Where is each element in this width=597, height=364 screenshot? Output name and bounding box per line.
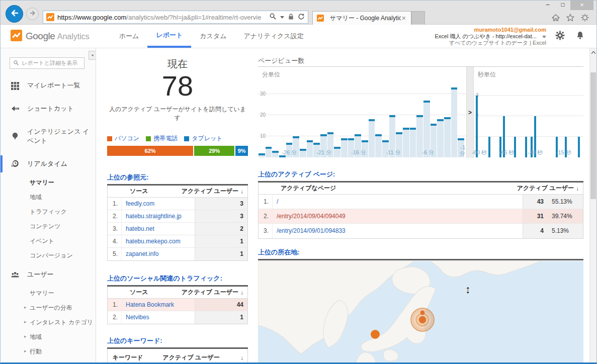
col-active-users[interactable]: アクティブ ユーザー <box>517 184 574 193</box>
minimize-button[interactable]: – <box>540 1 555 10</box>
nav-custom[interactable]: カスタム <box>191 25 235 48</box>
legend-item[interactable]: 携帯電話 <box>146 134 178 143</box>
source-link[interactable]: Netvibes <box>122 311 195 324</box>
map-marker[interactable] <box>371 330 380 339</box>
bar[interactable] <box>300 149 306 157</box>
source-link[interactable]: hatebu.straightline.jp <box>122 210 195 222</box>
col-source[interactable]: ソース <box>126 286 182 299</box>
source-link[interactable]: Hatena Bookmark <box>122 299 195 311</box>
locations-map[interactable]: ↕ <box>258 261 583 362</box>
url-text[interactable]: https://www.google.com/analytics/web/?hl… <box>57 14 267 21</box>
sidebar-item[interactable]: ユーザー <box>1 263 96 286</box>
sidebar-subitem[interactable]: ▸行動 <box>1 344 96 359</box>
sidebar-subitem[interactable]: サマリー <box>1 286 96 301</box>
bar[interactable] <box>403 128 409 157</box>
logo-analytics-text: Analytics <box>57 32 90 41</box>
col-keyword[interactable]: キーワード <box>112 354 144 361</box>
sort-descending-icon[interactable]: ↓ <box>240 289 243 296</box>
account-dropdown-icon[interactable] <box>542 36 546 38</box>
favorites-star-icon[interactable] <box>566 13 575 24</box>
nav-home[interactable]: ホーム <box>111 25 148 48</box>
bar[interactable] <box>369 119 375 157</box>
active-users-value: 43 <box>523 195 547 209</box>
source-link[interactable]: zapanet.info <box>122 248 195 260</box>
page-link[interactable]: /entry/2014/09/01/094833 <box>273 224 523 238</box>
chart-bars <box>258 84 466 157</box>
home-icon[interactable] <box>551 13 560 24</box>
bar[interactable] <box>307 140 313 157</box>
nav-admin[interactable]: アナリティクス設定 <box>235 25 312 48</box>
col-active-users[interactable]: アクティブ ユーザー <box>182 288 238 297</box>
legend-item[interactable]: パソコン <box>107 134 139 143</box>
sidebar-subitem[interactable]: コンテンツ <box>1 219 96 234</box>
notifications-bell-icon[interactable] <box>576 31 584 42</box>
col-active-users[interactable]: アクティブ ユーザー <box>144 353 238 362</box>
social-title[interactable]: 上位のソーシャル関連のトラフィック: <box>107 274 248 287</box>
bar[interactable] <box>444 117 451 157</box>
chart-next-button[interactable]: > <box>466 67 474 158</box>
sidebar-collapse-icon[interactable]: ◂ <box>89 51 96 60</box>
tab-close-icon[interactable]: × <box>401 14 407 22</box>
ga-logo[interactable]: Google Analytics <box>11 25 90 48</box>
legend-item[interactable]: タブレット <box>184 134 222 143</box>
back-button[interactable] <box>6 5 23 23</box>
bar[interactable] <box>437 119 444 157</box>
keywords-table-header: キーワード アクティブ ユーザー ↓ <box>108 349 247 362</box>
settings-gear-icon[interactable] <box>580 13 589 24</box>
col-active-page[interactable]: アクティブなページ <box>277 182 517 195</box>
scroll-up-icon[interactable] <box>590 48 596 56</box>
referrals-title[interactable]: 上位の参照元: <box>107 173 248 186</box>
page-link[interactable]: /entry/2014/09/04/094049 <box>273 209 523 223</box>
sidebar-subitem[interactable]: ▸地域 <box>1 330 96 344</box>
new-tab-button[interactable] <box>411 11 425 25</box>
sidebar-subitem[interactable]: サマリー <box>1 175 96 190</box>
search-icon[interactable] <box>269 13 277 22</box>
source-link[interactable]: feedly.com <box>122 198 195 210</box>
account-info[interactable]: muramoto1041@gmail.com Excel 職人 のつぶやき - … <box>435 25 546 48</box>
sidebar-subitem[interactable]: 地域 <box>1 190 96 205</box>
refresh-icon[interactable] <box>298 13 305 22</box>
source-link[interactable]: hatebu.net <box>122 223 195 235</box>
bar[interactable] <box>259 153 265 157</box>
sidebar-subitem[interactable]: コンバージョン <box>1 248 96 263</box>
row-number: 1. <box>108 299 122 311</box>
sidebar-subitem[interactable]: ▸インタレスト カテゴリ <box>1 315 96 330</box>
ga-settings-gear-icon[interactable] <box>555 31 565 42</box>
source-link[interactable]: hatebu.mekepo.com <box>122 235 195 247</box>
bar[interactable] <box>375 134 382 157</box>
locations-title[interactable]: 上位の所在地: <box>258 248 583 260</box>
report-search-input[interactable]: レポートと詳細を表示 <box>10 57 84 69</box>
sidebar-item[interactable]: ショートカット <box>1 97 96 120</box>
sidebar-subitem[interactable]: イベント <box>1 234 96 248</box>
maximize-button[interactable]: □ <box>555 1 570 10</box>
sort-descending-icon[interactable]: ↓ <box>240 188 243 195</box>
browser-tab[interactable]: サマリー - Google Analytics × <box>312 11 411 25</box>
active-pages-title[interactable]: 上位のアクティブ ページ: <box>258 170 583 183</box>
page-link[interactable]: / <box>273 195 523 209</box>
scrollbar-thumb[interactable] <box>590 72 596 199</box>
sidebar-subitem[interactable]: ▸ユーザーの分布 <box>1 301 96 315</box>
sidebar-item[interactable]: マイレポート一覧 <box>1 74 96 97</box>
sidebar-subitem[interactable]: ▸ユーザーの環境 <box>1 359 96 362</box>
sidebar-subitem[interactable]: トラフィック <box>1 205 96 219</box>
bar[interactable] <box>410 128 416 157</box>
sidebar-item[interactable]: リアルタイム <box>1 152 96 175</box>
bar[interactable] <box>272 151 279 157</box>
bar[interactable] <box>334 147 340 157</box>
sort-descending-icon[interactable]: ↓ <box>240 354 243 361</box>
ga-nav: ホーム レポート カスタム アナリティクス設定 <box>111 25 312 48</box>
forward-button[interactable] <box>26 8 39 20</box>
sort-descending-icon[interactable]: ↓ <box>576 185 579 192</box>
close-button[interactable]: × <box>570 1 593 10</box>
vertical-scrollbar[interactable] <box>589 48 596 362</box>
sidebar-item[interactable]: インテリジェンス イベント <box>1 120 96 152</box>
bar[interactable] <box>266 147 272 157</box>
keywords-title[interactable]: 上位のキーワード: <box>107 336 248 349</box>
bar[interactable] <box>341 138 348 157</box>
col-active-users[interactable]: アクティブ ユーザー <box>182 187 238 196</box>
address-dropdown-icon[interactable] <box>280 16 284 19</box>
nav-reports[interactable]: レポート <box>147 25 191 48</box>
address-bar[interactable]: https://www.google.com/analytics/web/?hl… <box>43 11 308 24</box>
col-source[interactable]: ソース <box>126 185 182 198</box>
tab-favicon-icon <box>317 15 324 22</box>
